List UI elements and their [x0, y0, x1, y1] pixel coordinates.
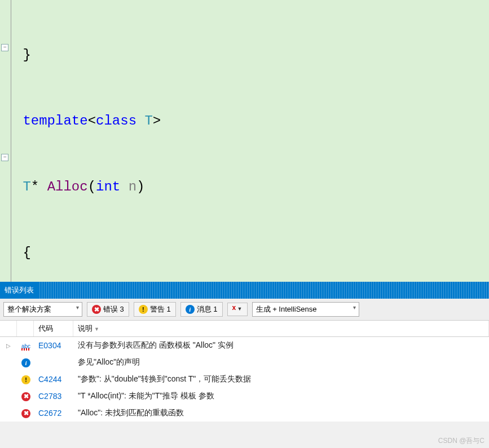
row-code: C2783	[34, 391, 73, 402]
code-text: *	[31, 179, 47, 194]
filter-icon	[232, 305, 243, 314]
code-text: int	[96, 179, 120, 194]
row-icon: ✖	[17, 407, 34, 419]
error-list-rows: ▷abcE0304没有与参数列表匹配的 函数模板 "Alloc" 实例i参见"A…	[0, 337, 489, 422]
sort-indicator-icon: ▼	[94, 326, 99, 332]
warning-icon	[21, 375, 30, 384]
code-text: n	[120, 179, 136, 194]
messages-count-label: 消息 1	[197, 304, 218, 314]
error-list-row[interactable]: C4244"参数": 从"double"转换到"const T"，可能丢失数据	[0, 371, 489, 388]
build-intellisense-dropdown[interactable]: 生成 + IntelliSense	[252, 302, 359, 317]
row-expand[interactable]	[0, 378, 17, 380]
error-list-toolbar: 整个解决方案 ✖ 错误 3 警告 1 i 消息 1 生成 + IntelliSe…	[0, 299, 489, 321]
error-list-row[interactable]: i参见"Alloc"的声明	[0, 354, 489, 371]
row-code: C2672	[34, 407, 73, 419]
error-list-header: 代码 说明▼	[0, 321, 489, 337]
col-severity[interactable]	[17, 321, 34, 336]
error-icon: ✖	[21, 409, 30, 418]
row-icon: ✖	[17, 390, 34, 402]
code-text: {	[23, 245, 30, 260]
error-icon: ✖	[21, 392, 30, 401]
clear-filter-button[interactable]	[227, 303, 248, 316]
error-icon: ✖	[92, 305, 101, 314]
row-icon: abc	[17, 340, 34, 351]
warnings-count-label: 警告 1	[150, 304, 171, 314]
row-icon: i	[17, 357, 34, 369]
warning-icon	[139, 305, 148, 314]
code-text: }	[23, 47, 30, 63]
fold-toggle[interactable]: −	[1, 154, 8, 161]
row-description: "参数": 从"double"转换到"const T"，可能丢失数据	[73, 373, 489, 385]
code-area[interactable]: } template<class T> T* Alloc(int n) { re…	[11, 0, 489, 282]
row-description: 参见"Alloc"的声明	[73, 356, 489, 369]
warnings-filter-button[interactable]: 警告 1	[134, 302, 176, 317]
code-text: T	[23, 179, 30, 194]
row-expand[interactable]	[0, 412, 17, 414]
error-list-row[interactable]: ✖C2672"Alloc": 未找到匹配的重载函数	[0, 405, 489, 422]
errors-filter-button[interactable]: ✖ 错误 3	[87, 302, 129, 317]
col-desc-label: 说明	[78, 324, 92, 332]
row-code: E0304	[34, 340, 73, 351]
row-icon	[17, 374, 34, 385]
info-icon: i	[186, 305, 195, 314]
row-description: 没有与参数列表匹配的 函数模板 "Alloc" 实例	[73, 339, 489, 352]
errors-count-label: 错误 3	[103, 304, 124, 314]
code-editor[interactable]: − − } template<class T> T* Alloc(int n) …	[0, 0, 489, 282]
code-text: T	[144, 113, 152, 128]
code-text: )	[136, 179, 144, 194]
fold-toggle[interactable]: −	[1, 44, 8, 51]
row-code	[34, 361, 73, 363]
col-description[interactable]: 说明▼	[73, 321, 489, 336]
error-list-title[interactable]: 错误列表	[0, 282, 489, 299]
scope-dropdown[interactable]: 整个解决方案	[3, 302, 82, 317]
col-code[interactable]: 代码	[34, 321, 73, 336]
intellisense-icon: abc	[21, 343, 30, 349]
col-expand[interactable]	[0, 321, 17, 336]
row-expand[interactable]	[0, 361, 17, 363]
row-description: "Alloc": 未找到匹配的重载函数	[73, 407, 489, 419]
code-text: (	[88, 179, 96, 194]
messages-filter-button[interactable]: i 消息 1	[180, 302, 223, 317]
watermark: CSDN @吾与C	[438, 436, 484, 446]
row-expand[interactable]	[0, 395, 17, 397]
code-text: Alloc	[47, 179, 88, 194]
fold-gutter: − −	[0, 0, 11, 282]
row-code: C4244	[34, 374, 73, 385]
error-list-row[interactable]: ▷abcE0304没有与参数列表匹配的 函数模板 "Alloc" 实例	[0, 337, 489, 354]
row-description: "T *Alloc(int)": 未能为"T"推导 模板 参数	[73, 390, 489, 402]
info-icon: i	[21, 358, 30, 367]
error-list-row[interactable]: ✖C2783"T *Alloc(int)": 未能为"T"推导 模板 参数	[0, 388, 489, 405]
code-text: template	[23, 113, 87, 128]
code-text: class	[96, 113, 136, 128]
row-expand[interactable]: ▷	[0, 341, 17, 350]
